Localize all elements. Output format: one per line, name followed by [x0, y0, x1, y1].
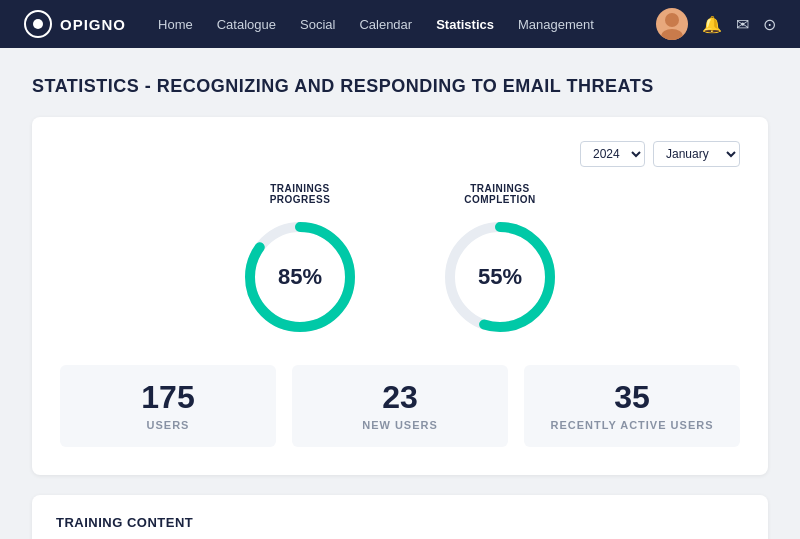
chart-trainings-progress: TRAININGSPROGRESS 85%: [240, 183, 360, 337]
year-select[interactable]: 2024 2023 2025: [580, 141, 645, 167]
logo-inner: [33, 19, 43, 29]
chart-progress-value: 85%: [278, 264, 322, 290]
donut-completion: 55%: [440, 217, 560, 337]
metrics-row: 175 USERS 23 NEW USERS 35 RECENTLY ACTIV…: [60, 365, 740, 447]
avatar[interactable]: [656, 8, 688, 40]
metric-users-number: 175: [76, 381, 260, 413]
logo-text: OPIGNO: [60, 16, 126, 33]
chart-completion-label: TRAININGSCOMPLETION: [464, 183, 536, 205]
notifications-icon[interactable]: 🔔: [702, 15, 722, 34]
nav-logo[interactable]: OPIGNO: [24, 10, 126, 38]
metric-new-users: 23 NEW USERS: [292, 365, 508, 447]
user-check-icon[interactable]: ⊙: [763, 15, 776, 34]
metric-new-users-label: NEW USERS: [308, 419, 492, 431]
chart-progress-label: TRAININGSPROGRESS: [270, 183, 331, 205]
nav-calendar[interactable]: Calendar: [359, 17, 412, 32]
nav-management[interactable]: Management: [518, 17, 594, 32]
stats-card: 2024 2023 2025 January February March TR…: [32, 117, 768, 475]
nav-catalogue[interactable]: Catalogue: [217, 17, 276, 32]
stats-filters: 2024 2023 2025 January February March: [60, 141, 740, 167]
metric-users-label: USERS: [76, 419, 260, 431]
nav-links: Home Catalogue Social Calendar Statistic…: [158, 17, 656, 32]
navbar: OPIGNO Home Catalogue Social Calendar St…: [0, 0, 800, 48]
metric-active-users-label: RECENTLY ACTIVE USERS: [540, 419, 724, 431]
month-select[interactable]: January February March: [653, 141, 740, 167]
metric-users: 175 USERS: [60, 365, 276, 447]
metric-active-users-number: 35: [540, 381, 724, 413]
messages-icon[interactable]: ✉: [736, 15, 749, 34]
training-content-card: TRAINING CONTENT Step % Completed Avg sc…: [32, 495, 768, 539]
charts-row: TRAININGSPROGRESS 85% TRAININGSCOMPLETIO…: [60, 183, 740, 337]
metric-new-users-number: 23: [308, 381, 492, 413]
main-content: STATISTICS - RECOGNIZING AND RESPONDING …: [0, 48, 800, 539]
nav-home[interactable]: Home: [158, 17, 193, 32]
nav-right: 🔔 ✉ ⊙: [656, 8, 776, 40]
nav-statistics[interactable]: Statistics: [436, 17, 494, 32]
page-title: STATISTICS - RECOGNIZING AND RESPONDING …: [32, 76, 768, 97]
svg-point-0: [665, 13, 679, 27]
chart-completion-value: 55%: [478, 264, 522, 290]
chart-trainings-completion: TRAININGSCOMPLETION 55%: [440, 183, 560, 337]
training-content-title: TRAINING CONTENT: [56, 515, 744, 530]
donut-progress: 85%: [240, 217, 360, 337]
metric-active-users: 35 RECENTLY ACTIVE USERS: [524, 365, 740, 447]
svg-point-1: [661, 29, 683, 40]
logo-icon: [24, 10, 52, 38]
nav-social[interactable]: Social: [300, 17, 335, 32]
